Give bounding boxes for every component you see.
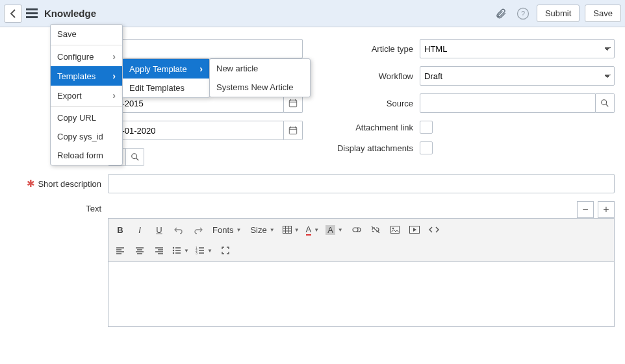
templates-submenu: Apply Template Edit Templates: [122, 58, 210, 98]
underline-button[interactable]: U: [150, 221, 168, 238]
calendar-icon: [288, 126, 298, 135]
menu-reload-form[interactable]: Reload form: [51, 146, 122, 165]
align-right-button[interactable]: [150, 242, 168, 259]
svg-text:3: 3: [196, 251, 198, 254]
help-icon: ?: [517, 7, 529, 20]
menu-configure[interactable]: Configure: [51, 47, 122, 66]
number-list-button[interactable]: 123: [193, 242, 215, 259]
calendar-icon: [288, 99, 298, 108]
video-button[interactable]: [405, 221, 424, 238]
bold-button[interactable]: B: [111, 221, 129, 238]
search-icon: [600, 99, 609, 108]
save-button[interactable]: Save: [585, 5, 621, 22]
font-family-select[interactable]: Fonts: [209, 221, 245, 238]
text-label: Text: [86, 204, 101, 213]
svg-point-11: [392, 228, 394, 230]
article-type-label: Article type: [372, 44, 413, 54]
menu-edit-templates[interactable]: Edit Templates: [123, 79, 209, 97]
redo-button[interactable]: [189, 221, 207, 238]
workflow-select[interactable]: Draft: [420, 66, 615, 86]
svg-rect-9: [283, 226, 291, 234]
attachment-link-label: Attachment link: [355, 123, 413, 132]
svg-text:?: ?: [521, 10, 525, 18]
table-icon: [283, 226, 292, 234]
back-button[interactable]: [4, 5, 22, 23]
svg-rect-3: [289, 100, 296, 107]
source-code-button[interactable]: [425, 221, 443, 238]
bg-color-button[interactable]: A: [323, 221, 346, 238]
fullscreen-icon: [222, 247, 229, 254]
code-icon: [429, 226, 439, 234]
align-center-icon: [135, 247, 144, 254]
undo-icon: [174, 225, 183, 234]
apply-template-submenu: New article Systems New Article: [209, 58, 311, 97]
italic-button[interactable]: I: [131, 221, 149, 238]
menu-export[interactable]: Export: [51, 86, 122, 105]
collapse-button[interactable]: −: [577, 201, 594, 218]
source-label: Source: [387, 99, 413, 108]
number-list-icon: 123: [196, 247, 205, 254]
font-size-select[interactable]: Size: [246, 221, 278, 238]
unlink-button[interactable]: [366, 221, 385, 238]
align-left-button[interactable]: [111, 242, 129, 259]
chevron-left-icon: [10, 9, 16, 18]
search-icon: [131, 152, 140, 162]
redo-icon: [194, 225, 203, 234]
menu-separator: [51, 45, 122, 45]
menu-apply-template[interactable]: Apply Template: [123, 59, 209, 79]
required-marker: ✱: [27, 178, 35, 189]
menu-save[interactable]: Save: [51, 25, 122, 43]
submit-button[interactable]: Submit: [537, 5, 580, 22]
menu-systems-new-article[interactable]: Systems New Article: [210, 78, 310, 97]
image-button[interactable]: [386, 221, 404, 238]
form-header: Knowledge ? Submit Save: [0, 0, 625, 27]
hamburger-menu-button[interactable]: [26, 6, 40, 20]
menu-copy-sysid[interactable]: Copy sys_id: [51, 127, 122, 146]
svg-rect-4: [289, 127, 296, 134]
field1-input[interactable]: [108, 39, 303, 58]
svg-point-13: [173, 247, 174, 249]
source-lookup[interactable]: [596, 93, 615, 113]
valid-to-input[interactable]: [108, 121, 284, 140]
align-center-button[interactable]: [131, 242, 149, 259]
align-right-icon: [155, 247, 164, 254]
svg-point-15: [173, 252, 174, 254]
link-button[interactable]: [347, 221, 365, 238]
table-button[interactable]: [280, 221, 302, 238]
video-icon: [409, 226, 420, 234]
help-button[interactable]: ?: [515, 5, 531, 22]
editor-body[interactable]: [108, 262, 615, 327]
menu-copy-url[interactable]: Copy URL: [51, 108, 122, 127]
bullet-list-icon: [172, 247, 181, 254]
page-title: Knowledge: [44, 8, 96, 19]
image-lookup[interactable]: [126, 148, 144, 166]
svg-point-7: [131, 154, 136, 159]
expand-button[interactable]: +: [598, 201, 615, 218]
image-icon: [390, 226, 400, 234]
fullscreen-button[interactable]: [216, 242, 235, 259]
menu-templates[interactable]: Templates: [51, 66, 122, 86]
context-menu: Save Configure Templates Export Copy URL…: [50, 24, 123, 165]
source-input[interactable]: [420, 93, 596, 113]
menu-separator: [51, 106, 122, 107]
menu-new-article[interactable]: New article: [210, 59, 310, 78]
right-column: Article type HTML Workflow Draft Source …: [322, 39, 615, 174]
align-left-icon: [116, 247, 125, 254]
article-type-select[interactable]: HTML: [420, 39, 615, 58]
attachment-link-checkbox[interactable]: [420, 121, 433, 134]
svg-rect-10: [390, 226, 399, 234]
text-color-button[interactable]: A: [303, 221, 322, 238]
short-description-input[interactable]: [108, 174, 615, 193]
display-attachments-checkbox[interactable]: [420, 141, 433, 154]
editor-controls: − +: [108, 201, 615, 218]
unlink-icon: [370, 225, 381, 234]
bullet-list-button[interactable]: [170, 242, 192, 259]
attachment-button[interactable]: [492, 5, 509, 22]
undo-button[interactable]: [170, 221, 188, 238]
workflow-label: Workflow: [379, 71, 413, 81]
svg-point-8: [602, 100, 607, 105]
valid-to-datepicker[interactable]: [284, 121, 303, 140]
paperclip-icon: [495, 8, 507, 19]
editor-toolbar: B I U Fonts Size A A: [108, 218, 615, 262]
svg-point-14: [173, 250, 174, 251]
